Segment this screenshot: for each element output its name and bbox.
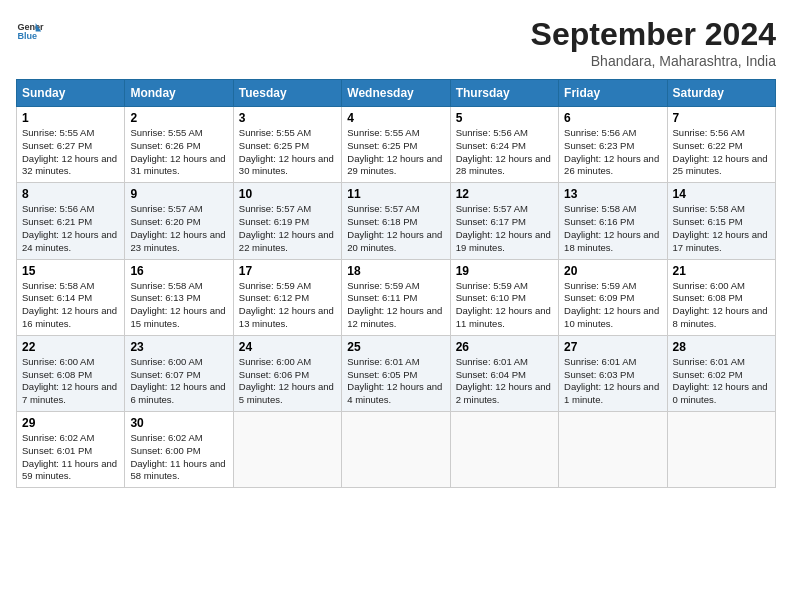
page-header: General Blue September 2024 Bhandara, Ma… bbox=[16, 16, 776, 69]
col-friday: Friday bbox=[559, 80, 667, 107]
day-number: 27 bbox=[564, 340, 661, 354]
month-title: September 2024 bbox=[531, 16, 776, 53]
day-number: 26 bbox=[456, 340, 553, 354]
day-number: 5 bbox=[456, 111, 553, 125]
day-cell: 27Sunrise: 6:01 AM Sunset: 6:03 PM Dayli… bbox=[559, 335, 667, 411]
day-cell: 20Sunrise: 5:59 AM Sunset: 6:09 PM Dayli… bbox=[559, 259, 667, 335]
day-cell: 19Sunrise: 5:59 AM Sunset: 6:10 PM Dayli… bbox=[450, 259, 558, 335]
day-info: Sunrise: 5:56 AM Sunset: 6:24 PM Dayligh… bbox=[456, 127, 553, 178]
day-cell bbox=[667, 412, 775, 488]
day-cell bbox=[450, 412, 558, 488]
day-number: 25 bbox=[347, 340, 444, 354]
day-number: 16 bbox=[130, 264, 227, 278]
day-cell: 18Sunrise: 5:59 AM Sunset: 6:11 PM Dayli… bbox=[342, 259, 450, 335]
day-cell bbox=[342, 412, 450, 488]
day-info: Sunrise: 5:55 AM Sunset: 6:26 PM Dayligh… bbox=[130, 127, 227, 178]
day-info: Sunrise: 5:58 AM Sunset: 6:13 PM Dayligh… bbox=[130, 280, 227, 331]
day-info: Sunrise: 5:59 AM Sunset: 6:11 PM Dayligh… bbox=[347, 280, 444, 331]
day-info: Sunrise: 6:01 AM Sunset: 6:04 PM Dayligh… bbox=[456, 356, 553, 407]
day-info: Sunrise: 5:56 AM Sunset: 6:23 PM Dayligh… bbox=[564, 127, 661, 178]
day-info: Sunrise: 6:00 AM Sunset: 6:07 PM Dayligh… bbox=[130, 356, 227, 407]
day-number: 12 bbox=[456, 187, 553, 201]
day-number: 20 bbox=[564, 264, 661, 278]
day-info: Sunrise: 6:01 AM Sunset: 6:02 PM Dayligh… bbox=[673, 356, 770, 407]
day-number: 2 bbox=[130, 111, 227, 125]
day-cell: 3Sunrise: 5:55 AM Sunset: 6:25 PM Daylig… bbox=[233, 107, 341, 183]
col-sunday: Sunday bbox=[17, 80, 125, 107]
day-info: Sunrise: 5:55 AM Sunset: 6:25 PM Dayligh… bbox=[347, 127, 444, 178]
day-cell: 16Sunrise: 5:58 AM Sunset: 6:13 PM Dayli… bbox=[125, 259, 233, 335]
day-number: 10 bbox=[239, 187, 336, 201]
day-cell: 9Sunrise: 5:57 AM Sunset: 6:20 PM Daylig… bbox=[125, 183, 233, 259]
day-cell: 11Sunrise: 5:57 AM Sunset: 6:18 PM Dayli… bbox=[342, 183, 450, 259]
day-info: Sunrise: 5:58 AM Sunset: 6:14 PM Dayligh… bbox=[22, 280, 119, 331]
logo-icon: General Blue bbox=[16, 16, 44, 44]
logo: General Blue bbox=[16, 16, 44, 44]
day-cell: 15Sunrise: 5:58 AM Sunset: 6:14 PM Dayli… bbox=[17, 259, 125, 335]
day-cell: 10Sunrise: 5:57 AM Sunset: 6:19 PM Dayli… bbox=[233, 183, 341, 259]
day-number: 24 bbox=[239, 340, 336, 354]
svg-text:Blue: Blue bbox=[17, 31, 37, 41]
day-number: 9 bbox=[130, 187, 227, 201]
week-row-3: 15Sunrise: 5:58 AM Sunset: 6:14 PM Dayli… bbox=[17, 259, 776, 335]
day-number: 15 bbox=[22, 264, 119, 278]
day-number: 11 bbox=[347, 187, 444, 201]
week-row-1: 1Sunrise: 5:55 AM Sunset: 6:27 PM Daylig… bbox=[17, 107, 776, 183]
day-cell: 24Sunrise: 6:00 AM Sunset: 6:06 PM Dayli… bbox=[233, 335, 341, 411]
day-info: Sunrise: 6:02 AM Sunset: 6:01 PM Dayligh… bbox=[22, 432, 119, 483]
day-cell: 17Sunrise: 5:59 AM Sunset: 6:12 PM Dayli… bbox=[233, 259, 341, 335]
day-cell: 2Sunrise: 5:55 AM Sunset: 6:26 PM Daylig… bbox=[125, 107, 233, 183]
day-cell: 30Sunrise: 6:02 AM Sunset: 6:00 PM Dayli… bbox=[125, 412, 233, 488]
day-info: Sunrise: 5:57 AM Sunset: 6:18 PM Dayligh… bbox=[347, 203, 444, 254]
day-cell bbox=[559, 412, 667, 488]
day-cell: 12Sunrise: 5:57 AM Sunset: 6:17 PM Dayli… bbox=[450, 183, 558, 259]
day-cell: 21Sunrise: 6:00 AM Sunset: 6:08 PM Dayli… bbox=[667, 259, 775, 335]
day-number: 18 bbox=[347, 264, 444, 278]
day-number: 23 bbox=[130, 340, 227, 354]
col-wednesday: Wednesday bbox=[342, 80, 450, 107]
day-number: 13 bbox=[564, 187, 661, 201]
col-saturday: Saturday bbox=[667, 80, 775, 107]
header-row: Sunday Monday Tuesday Wednesday Thursday… bbox=[17, 80, 776, 107]
day-info: Sunrise: 5:59 AM Sunset: 6:12 PM Dayligh… bbox=[239, 280, 336, 331]
day-info: Sunrise: 5:59 AM Sunset: 6:10 PM Dayligh… bbox=[456, 280, 553, 331]
day-info: Sunrise: 5:57 AM Sunset: 6:17 PM Dayligh… bbox=[456, 203, 553, 254]
day-info: Sunrise: 6:01 AM Sunset: 6:03 PM Dayligh… bbox=[564, 356, 661, 407]
day-cell: 23Sunrise: 6:00 AM Sunset: 6:07 PM Dayli… bbox=[125, 335, 233, 411]
day-info: Sunrise: 5:57 AM Sunset: 6:20 PM Dayligh… bbox=[130, 203, 227, 254]
day-cell: 13Sunrise: 5:58 AM Sunset: 6:16 PM Dayli… bbox=[559, 183, 667, 259]
day-number: 14 bbox=[673, 187, 770, 201]
calendar-table: Sunday Monday Tuesday Wednesday Thursday… bbox=[16, 79, 776, 488]
day-cell: 14Sunrise: 5:58 AM Sunset: 6:15 PM Dayli… bbox=[667, 183, 775, 259]
day-cell: 29Sunrise: 6:02 AM Sunset: 6:01 PM Dayli… bbox=[17, 412, 125, 488]
day-info: Sunrise: 5:58 AM Sunset: 6:16 PM Dayligh… bbox=[564, 203, 661, 254]
day-info: Sunrise: 5:56 AM Sunset: 6:22 PM Dayligh… bbox=[673, 127, 770, 178]
day-cell: 8Sunrise: 5:56 AM Sunset: 6:21 PM Daylig… bbox=[17, 183, 125, 259]
day-number: 17 bbox=[239, 264, 336, 278]
day-cell: 28Sunrise: 6:01 AM Sunset: 6:02 PM Dayli… bbox=[667, 335, 775, 411]
day-cell: 26Sunrise: 6:01 AM Sunset: 6:04 PM Dayli… bbox=[450, 335, 558, 411]
day-number: 29 bbox=[22, 416, 119, 430]
day-info: Sunrise: 5:58 AM Sunset: 6:15 PM Dayligh… bbox=[673, 203, 770, 254]
day-cell: 5Sunrise: 5:56 AM Sunset: 6:24 PM Daylig… bbox=[450, 107, 558, 183]
day-info: Sunrise: 5:56 AM Sunset: 6:21 PM Dayligh… bbox=[22, 203, 119, 254]
day-info: Sunrise: 5:57 AM Sunset: 6:19 PM Dayligh… bbox=[239, 203, 336, 254]
day-number: 7 bbox=[673, 111, 770, 125]
day-number: 30 bbox=[130, 416, 227, 430]
day-cell bbox=[233, 412, 341, 488]
day-info: Sunrise: 5:55 AM Sunset: 6:27 PM Dayligh… bbox=[22, 127, 119, 178]
day-number: 1 bbox=[22, 111, 119, 125]
day-cell: 6Sunrise: 5:56 AM Sunset: 6:23 PM Daylig… bbox=[559, 107, 667, 183]
day-number: 3 bbox=[239, 111, 336, 125]
week-row-4: 22Sunrise: 6:00 AM Sunset: 6:08 PM Dayli… bbox=[17, 335, 776, 411]
day-cell: 1Sunrise: 5:55 AM Sunset: 6:27 PM Daylig… bbox=[17, 107, 125, 183]
day-info: Sunrise: 6:02 AM Sunset: 6:00 PM Dayligh… bbox=[130, 432, 227, 483]
day-number: 4 bbox=[347, 111, 444, 125]
day-info: Sunrise: 6:00 AM Sunset: 6:08 PM Dayligh… bbox=[22, 356, 119, 407]
day-info: Sunrise: 5:59 AM Sunset: 6:09 PM Dayligh… bbox=[564, 280, 661, 331]
day-info: Sunrise: 6:00 AM Sunset: 6:06 PM Dayligh… bbox=[239, 356, 336, 407]
day-cell: 25Sunrise: 6:01 AM Sunset: 6:05 PM Dayli… bbox=[342, 335, 450, 411]
day-number: 19 bbox=[456, 264, 553, 278]
week-row-2: 8Sunrise: 5:56 AM Sunset: 6:21 PM Daylig… bbox=[17, 183, 776, 259]
day-info: Sunrise: 6:00 AM Sunset: 6:08 PM Dayligh… bbox=[673, 280, 770, 331]
